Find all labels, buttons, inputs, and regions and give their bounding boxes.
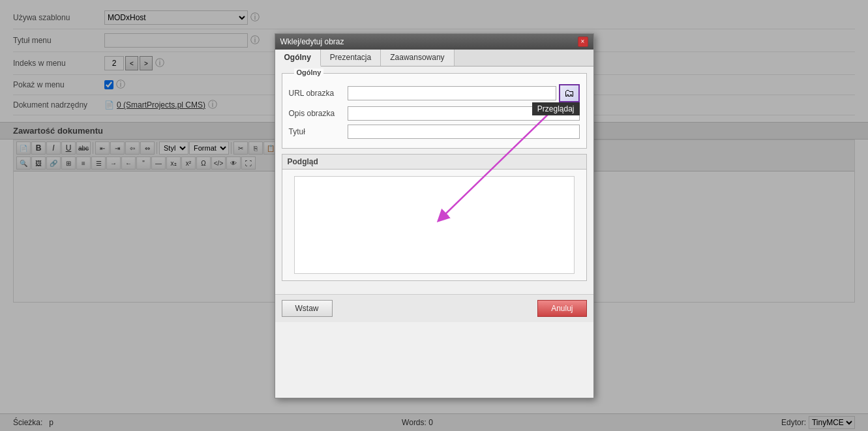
cancel-button[interactable]: Anuluj [537, 300, 586, 317]
browse-icon: 🗂 [564, 87, 575, 99]
preview-section: Podgląd [282, 154, 587, 281]
image-dialog: Wklej/edytuj obraz × Ogólny Prezentacja … [275, 33, 594, 398]
preview-title: Podgląd [282, 155, 586, 170]
title-field-row: Tytuł [289, 125, 580, 139]
title-label: Tytuł [289, 127, 348, 136]
general-legend: Ogólny [294, 68, 324, 76]
tab-advanced[interactable]: Zaawansowany [381, 50, 454, 66]
modal-title: Wklej/edytuj obraz [280, 37, 344, 46]
page-background: Używa szablonu MODxHost ⓘ Tytuł menu ⓘ I… [0, 0, 868, 431]
url-label: URL obrazka [289, 89, 348, 98]
browse-button[interactable]: 🗂 [559, 84, 580, 102]
insert-button[interactable]: Wstaw [282, 300, 333, 317]
modal-tabs: Ogólny Prezentacja Zaawansowany [275, 50, 593, 67]
general-fieldset: Ogólny URL obrazka 🗂 Przeglądaj [282, 73, 587, 149]
url-input[interactable] [348, 86, 556, 100]
modal-titlebar: Wklej/edytuj obraz × [275, 34, 593, 50]
modal-overlay: Wklej/edytuj obraz × Ogólny Prezentacja … [0, 0, 868, 431]
tab-presentation[interactable]: Prezentacja [321, 50, 381, 66]
modal-close-button[interactable]: × [578, 37, 588, 47]
browse-btn-wrapper: 🗂 Przeglądaj [559, 84, 580, 102]
modal-body: Ogólny URL obrazka 🗂 Przeglądaj [275, 67, 593, 294]
alt-input[interactable] [348, 106, 580, 121]
alt-field-row: Opis obrazka [289, 106, 580, 121]
preview-area [294, 176, 575, 274]
tab-general[interactable]: Ogólny [275, 50, 321, 67]
alt-label: Opis obrazka [289, 109, 348, 118]
url-field-row: URL obrazka 🗂 Przeglądaj [289, 84, 580, 102]
modal-footer: Wstaw Anuluj [275, 294, 593, 322]
title-input[interactable] [348, 125, 580, 139]
